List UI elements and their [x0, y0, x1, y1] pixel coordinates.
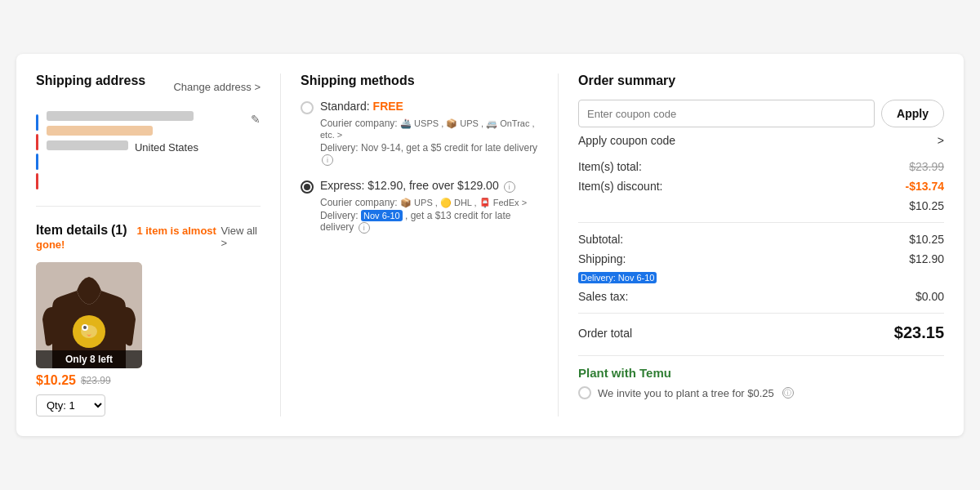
subtotal-value: $10.25 — [909, 233, 944, 246]
sales-tax-row: Sales tax: $0.00 — [578, 290, 944, 303]
shipping-free: FREE — [373, 100, 403, 113]
summary-divider-3 — [578, 355, 944, 356]
address-line-country: United States — [47, 140, 243, 155]
apply-button[interactable]: Apply — [881, 100, 944, 127]
subtotal-label: Subtotal: — [578, 233, 623, 246]
color-bar-red2 — [36, 173, 38, 189]
page-container: Shipping address Change address > United… — [16, 54, 964, 436]
apply-coupon-arrow: > — [938, 134, 944, 147]
summary-delivery-highlight: Delivery: Nov 6-10 — [578, 272, 657, 283]
address-header: Shipping address Change address > — [36, 74, 261, 100]
items-after-discount-value: $10.25 — [909, 199, 944, 212]
edit-icon-wrapper: ✎ — [251, 111, 261, 189]
product-card: Only 8 left $10.25 $23.99 Qty: 1 Qty: 2 … — [36, 262, 142, 416]
address-line-street — [47, 126, 153, 136]
item-details-header: Item details (1) 1 item is almost gone! … — [36, 223, 261, 251]
items-after-discount-row: $10.25 — [578, 199, 944, 212]
summary-divider-1 — [578, 222, 944, 223]
color-bar-red — [36, 134, 38, 150]
shipping-standard-courier: Courier company: 🚢 USPS , 📦 UPS , 🚐 OnTr… — [301, 118, 538, 140]
express-delivery-info-icon[interactable]: i — [359, 222, 370, 234]
apply-coupon-row[interactable]: Apply coupon code > — [578, 134, 944, 147]
apply-coupon-label: Apply coupon code — [578, 134, 675, 147]
color-bar-blue2 — [36, 154, 38, 170]
item-details-title: Item details — [36, 223, 108, 237]
shipping-option-express[interactable]: Express: $12.90, free over $129.00 i Cou… — [301, 179, 538, 234]
col-order-summary: Order summary Apply Apply coupon code > … — [559, 74, 944, 416]
subtotal-row: Subtotal: $10.25 — [578, 233, 944, 246]
items-discount-row: Item(s) discount: -$13.74 — [578, 180, 944, 193]
coupon-row: Apply — [578, 100, 944, 127]
sales-tax-label: Sales tax: — [578, 290, 628, 303]
standard-delivery-info-icon[interactable]: i — [322, 154, 333, 166]
shipping-standard-text: Standard: — [320, 100, 373, 113]
shipping-option-standard-header: Standard: FREE — [301, 100, 538, 114]
shipping-value: $12.90 — [909, 252, 944, 265]
address-color-bars — [36, 111, 38, 189]
items-total-value: $23.99 — [909, 160, 944, 173]
address-city-blur — [47, 140, 128, 150]
price-original: $23.99 — [81, 375, 111, 386]
shipping-row: Shipping: $12.90 — [578, 252, 944, 265]
radio-express-dot — [304, 184, 310, 190]
address-country: United States — [135, 141, 198, 154]
shipping-address-title: Shipping address — [36, 74, 145, 88]
radio-standard[interactable] — [301, 101, 314, 114]
edit-icon[interactable]: ✎ — [251, 113, 261, 126]
item-count: (1) — [111, 223, 127, 237]
product-image-wrapper: Only 8 left — [36, 262, 142, 368]
shipping-option-standard[interactable]: Standard: FREE Courier company: 🚢 USPS ,… — [301, 100, 538, 166]
radio-express[interactable] — [301, 180, 314, 194]
items-total-label: Item(s) total: — [578, 160, 642, 173]
shipping-express-label: Express: $12.90, free over $129.00 i — [320, 179, 515, 193]
plant-temu-desc: We invite you to plant a tree for $0.25 — [598, 387, 774, 399]
divider-1 — [36, 206, 261, 207]
items-discount-value: -$13.74 — [906, 180, 944, 193]
order-total-label: Order total — [578, 327, 632, 340]
summary-divider-2 — [578, 313, 944, 314]
qty-select[interactable]: Qty: 1 Qty: 2 Qty: 3 — [36, 394, 105, 416]
order-total-row: Order total $23.15 — [578, 323, 944, 342]
col-shipping-methods: Shipping methods Standard: FREE Courier … — [281, 74, 559, 416]
address-block: United States ✎ — [36, 111, 261, 189]
plant-temu-title: Plant with Temu — [578, 366, 944, 380]
color-bar-blue — [36, 114, 38, 131]
shipping-option-express-header: Express: $12.90, free over $129.00 i — [301, 179, 538, 194]
col-shipping-address: Shipping address Change address > United… — [36, 74, 281, 416]
delivery-highlight-row: Delivery: Nov 6-10 — [578, 272, 944, 283]
shipping-express-courier: Courier company: 📦 UPS , 🟡 DHL , 📮 FedEx… — [301, 197, 538, 208]
shipping-standard-label: Standard: FREE — [320, 100, 403, 113]
plant-temu-radio[interactable] — [578, 386, 591, 399]
address-line-name — [47, 111, 194, 121]
qty-row: Qty: 1 Qty: 2 Qty: 3 — [36, 394, 142, 416]
only-left-badge: Only 8 left — [36, 350, 142, 368]
order-summary-title: Order summary — [578, 74, 944, 88]
coupon-input[interactable] — [578, 100, 875, 127]
express-label-info-icon[interactable]: i — [504, 181, 515, 193]
plant-temu-row: We invite you to plant a tree for $0.25 … — [578, 386, 944, 399]
price-current: $10.25 — [36, 373, 76, 388]
plant-temu-info-icon[interactable]: ⓘ — [782, 387, 794, 399]
sales-tax-value: $0.00 — [915, 290, 944, 303]
address-lines: United States — [47, 111, 243, 189]
view-all-link[interactable]: View all > — [220, 225, 261, 249]
express-delivery-highlight: Nov 6-10 — [361, 210, 403, 221]
items-discount-label: Item(s) discount: — [578, 180, 662, 193]
product-price-row: $10.25 $23.99 — [36, 373, 142, 388]
shipping-label: Shipping: — [578, 252, 626, 265]
shipping-express-delivery: Delivery: Nov 6-10 , get a $13 credit fo… — [301, 210, 538, 234]
items-total-row: Item(s) total: $23.99 — [578, 160, 944, 173]
item-details-title-wrapper: Item details (1) 1 item is almost gone! — [36, 223, 220, 251]
shipping-standard-delivery: Delivery: Nov 9-14, get a $5 credit for … — [301, 142, 538, 166]
svg-point-4 — [81, 325, 97, 338]
change-address-link[interactable]: Change address > — [173, 81, 261, 93]
shipping-methods-title: Shipping methods — [301, 74, 538, 88]
order-total-value: $23.15 — [894, 323, 944, 342]
express-carriers: 📦 UPS , 🟡 DHL , 📮 FedEx > — [400, 198, 527, 207]
